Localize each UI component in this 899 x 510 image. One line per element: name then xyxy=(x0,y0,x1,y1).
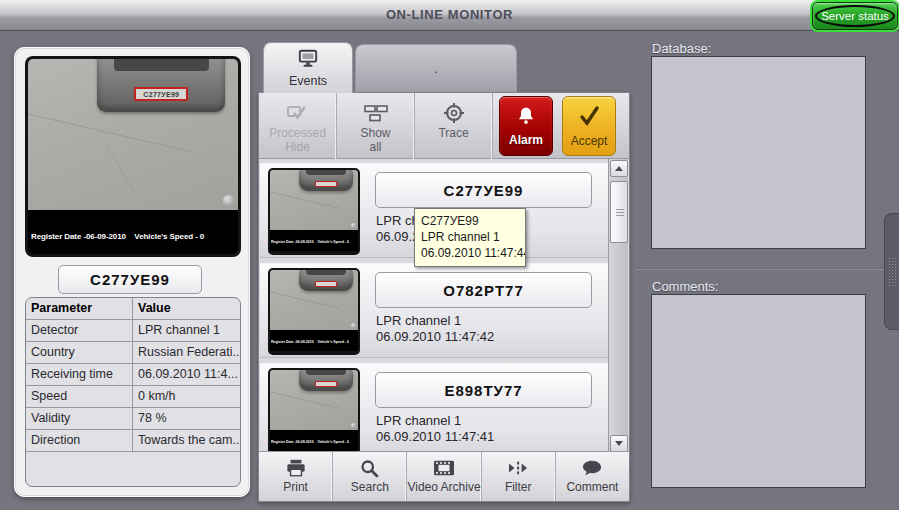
filter-arrows-icon xyxy=(506,457,530,479)
page-title: ON-LINE MONITOR xyxy=(0,7,899,22)
title-bar: ON-LINE MONITOR xyxy=(0,0,899,31)
event-plate-label: E898TУ77 xyxy=(375,372,592,408)
processed-check-icon xyxy=(286,100,310,126)
event-tooltip: C277УЕ99 LPR channel 1 06.09.2010 11:47:… xyxy=(414,208,526,267)
event-row-3[interactable]: Register Date -06-09-2010 Vehicle's Spee… xyxy=(260,363,608,453)
filter-button[interactable]: Filter xyxy=(482,452,556,501)
event-channel: LPR channel 1 xyxy=(376,313,461,328)
printer-icon xyxy=(285,457,307,479)
recognized-plate-button[interactable]: C277УЕ99 xyxy=(58,265,202,294)
thumb-register-overlay: Register Date -06-09-2010 Vehicle's Spee… xyxy=(270,430,358,451)
active-event-panel: С277УЕ99 Register Date -06-09-2010 Vehic… xyxy=(14,47,250,497)
table-row: Detector LPR channel 1 xyxy=(26,320,240,342)
actions-toolbar: Print Search xyxy=(259,451,629,501)
table-row: Country Russian Federati... xyxy=(26,342,240,364)
column-header-parameter: Parameter xyxy=(26,298,133,319)
server-status-indicator-ring: Server status xyxy=(815,5,895,27)
processed-hide-button[interactable]: Processed Hide xyxy=(259,93,337,159)
tab-events[interactable]: Events xyxy=(263,42,353,93)
event-thumbnail: Register Date -06-09-2010 Vehicle's Spee… xyxy=(268,168,360,255)
vehicle-image: С277УЕ99 xyxy=(97,59,225,112)
parameter-table: Parameter Value Detector LPR channel 1 C… xyxy=(25,297,241,487)
event-thumbnail: Register Date -06-09-2010 Vehicle's Spee… xyxy=(268,268,360,355)
event-channel: LPR channel 1 xyxy=(376,413,461,428)
online-monitor-window: { "title_bar": { "title": "ON-LINE MONIT… xyxy=(0,0,899,510)
monitor-icon xyxy=(296,48,320,72)
bell-icon xyxy=(515,105,537,131)
target-icon xyxy=(442,100,466,126)
tab-secondary[interactable]: . xyxy=(355,44,517,93)
tooltip-channel: LPR channel 1 xyxy=(421,229,519,245)
tooltip-plate: C277УЕ99 xyxy=(421,213,519,229)
table-row: Direction Towards the cam... xyxy=(26,430,240,452)
right-panel-divider xyxy=(636,268,884,270)
arrow-up-icon xyxy=(615,166,623,171)
windows-icon xyxy=(363,100,389,126)
event-time: 06.09.2010 11:47:42 xyxy=(376,329,494,344)
event-time: 06.09.2010 11:47:41 xyxy=(376,429,494,444)
events-frame: Processed Hide Show all xyxy=(258,92,630,502)
show-all-button[interactable]: Show all xyxy=(337,93,415,159)
event-plate-label: O782PT77 xyxy=(375,272,592,308)
scrollbar-thumb[interactable] xyxy=(610,181,628,243)
thumb-register-overlay: Register Date -06-09-2010 Vehicle's Spee… xyxy=(270,330,358,351)
print-button[interactable]: Print xyxy=(259,452,333,501)
camera-photo: С277УЕ99 xyxy=(28,59,238,210)
filmstrip-icon xyxy=(432,457,456,479)
speech-bubble-icon xyxy=(581,457,603,479)
database-label: Database: xyxy=(652,41,711,56)
comments-box[interactable] xyxy=(651,294,866,488)
grip-dots-icon xyxy=(888,257,897,287)
scroll-up-button[interactable] xyxy=(610,160,628,177)
comment-button[interactable]: Comment xyxy=(556,452,629,501)
search-icon xyxy=(359,457,380,479)
thumb-register-overlay: Register Date -06-09-2010 Vehicle's Spee… xyxy=(270,230,358,251)
table-row: Validity 78 % xyxy=(26,408,240,430)
server-status-button[interactable]: Server status xyxy=(812,2,898,30)
table-header-row: Parameter Value xyxy=(26,298,240,320)
pan-cursor-icon xyxy=(223,195,234,206)
comments-label: Comments: xyxy=(652,279,718,294)
database-box[interactable] xyxy=(651,56,866,249)
search-button[interactable]: Search xyxy=(333,452,407,501)
server-status-label: Server status xyxy=(821,10,889,22)
column-header-value: Value xyxy=(133,298,240,319)
events-list: Register Date -06-09-2010 Vehicle's Spee… xyxy=(259,159,629,453)
event-plate-label: C277УЕ99 xyxy=(375,172,592,208)
accept-button[interactable]: Accept xyxy=(562,96,616,156)
register-info-overlay: Register Date -06-09-2010 Vehicle's Spee… xyxy=(28,210,238,254)
video-archive-button[interactable]: Video Archive xyxy=(407,452,481,501)
alarm-button[interactable]: Alarm xyxy=(499,96,553,156)
check-icon xyxy=(576,104,602,132)
panel-splitter-handle[interactable] xyxy=(884,213,899,330)
events-toolbar: Processed Hide Show all xyxy=(259,93,629,159)
vehicle-plate-highlight: С277УЕ99 xyxy=(134,87,188,101)
events-scrollbar[interactable] xyxy=(608,159,628,453)
camera-frame-image: С277УЕ99 Register Date -06-09-2010 Vehic… xyxy=(25,56,241,257)
table-row: Speed 0 km/h xyxy=(26,386,240,408)
arrow-down-icon xyxy=(615,441,623,446)
event-thumbnail: Register Date -06-09-2010 Vehicle's Spee… xyxy=(268,368,360,453)
table-row: Receiving time 06.09.2010 11:4... xyxy=(26,364,240,386)
scroll-down-button[interactable] xyxy=(610,435,628,452)
trace-button[interactable]: Trace xyxy=(415,93,493,159)
event-row-2[interactable]: Register Date -06-09-2010 Vehicle's Spee… xyxy=(260,263,608,358)
tooltip-time: 06.09.2010 11:47:44 xyxy=(421,245,519,261)
